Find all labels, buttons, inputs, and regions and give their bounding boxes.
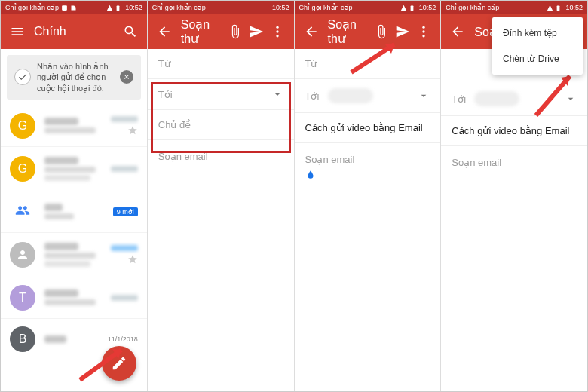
email-list: G G 9 mới T [1,106,147,360]
recipient-chip[interactable] [474,91,519,106]
svg-point-9 [423,30,425,32]
avatar[interactable]: G [10,156,35,182]
attach-dropdown-menu: Đính kèm tệp Chèn từ Drive [492,17,583,75]
list-item[interactable]: T [1,277,147,319]
to-field[interactable]: Tới [295,79,441,113]
svg-rect-13 [557,5,560,11]
to-field[interactable]: Tới [441,82,587,116]
more-icon[interactable] [413,21,434,42]
recipient-chip[interactable] [328,88,373,103]
panel-compose-blank: Chỉ gọi khẩn cấp 10:52 Soạn thư Từ Tới C… [148,1,295,391]
avatar[interactable]: T [10,285,35,311]
star-icon[interactable] [127,254,138,265]
panel-compose-filled: Chỉ gọi khẩn cấp 10:52 Soạn thư Từ Tới C… [295,1,442,391]
panel-inbox: Chỉ gọi khẩn cấp 10:52 Chính Nhấn vào hì… [1,1,148,391]
pencil-icon [111,355,127,372]
status-bar: Chỉ gọi khẩn cấp 10:52 [1,1,147,14]
people-icon [10,199,35,225]
check-icon [14,69,31,85]
list-item[interactable]: 9 mới [1,191,147,233]
send-icon[interactable] [246,21,267,42]
back-icon[interactable] [447,21,468,42]
avatar[interactable] [10,242,35,268]
attach-icon[interactable] [225,21,246,42]
tip-close-button[interactable] [120,70,133,84]
svg-point-8 [423,26,425,29]
from-field[interactable]: Từ [148,49,294,79]
tip-text: Nhấn vào hình ảnh người gửi để chọn cuộc… [37,61,114,93]
subject-field[interactable]: Cách gửi video bằng Email [295,113,441,143]
menu-attach-file[interactable]: Đính kèm tệp [492,20,583,46]
compose-title: Soạn thư [322,17,372,46]
compose-fab-button[interactable] [102,346,136,381]
svg-rect-0 [62,5,67,11]
body-field[interactable]: Soạn email [441,146,587,179]
avatar[interactable]: B [10,326,35,352]
star-icon[interactable] [127,125,138,136]
svg-point-4 [276,26,278,29]
signal-icon [547,5,553,11]
search-icon[interactable] [120,21,141,42]
battery-icon [409,5,415,11]
battery-icon [115,5,121,11]
facebook-icon [61,5,68,11]
avatar[interactable]: G [10,113,35,139]
inbox-title: Chính [28,25,120,38]
svg-point-6 [276,35,278,37]
list-item[interactable]: G [1,147,147,191]
menu-insert-drive[interactable]: Chèn từ Drive [492,46,583,72]
body-field[interactable]: Soạn email [148,140,294,173]
signal-icon [400,5,407,11]
back-icon[interactable] [154,21,175,42]
compose-title: Soạn thư [175,17,225,46]
body-field[interactable]: Soạn email [295,143,441,191]
clock-text: 10:52 [125,4,142,11]
tip-banner: Nhấn vào hình ảnh người gửi để chọn cuộc… [7,55,141,100]
subject-field[interactable]: Chủ đề [148,110,294,140]
appbar-inbox: Chính [1,14,147,49]
appbar-compose: Soạn thư [148,14,294,49]
status-bar: Chỉ gọi khẩn cấp 10:52 [441,1,587,14]
status-bar: Chỉ gọi khẩn cấp 10:52 [295,1,441,14]
status-bar: Chỉ gọi khẩn cấp 10:52 [148,1,294,14]
from-field[interactable]: Từ [295,49,441,79]
more-icon[interactable] [267,21,288,42]
chevron-down-icon[interactable] [418,90,430,102]
date-text: 11/1/2018 [108,335,138,343]
appbar-compose: Soạn thư [295,14,441,49]
chevron-down-icon[interactable] [271,88,283,100]
sim-icon [70,5,77,11]
attach-icon[interactable] [371,21,392,42]
chevron-down-icon[interactable] [565,93,577,105]
svg-point-10 [423,35,425,37]
battery-icon [555,5,562,11]
emergency-label: Chỉ gọi khẩn cấp [5,4,59,11]
signal-icon [106,5,113,11]
panel-attach-menu: Chỉ gọi khẩn cấp 10:52 Soạn thư Đính kèm… [441,1,587,391]
unread-badge: 9 mới [113,207,138,216]
send-icon[interactable] [392,21,413,42]
list-item[interactable] [1,233,147,277]
svg-point-5 [276,30,278,32]
svg-rect-7 [410,5,413,11]
cursor-handle-icon[interactable] [305,170,316,180]
back-icon[interactable] [301,21,322,42]
subject-field[interactable]: Cách gửi video bằng Email [441,116,587,146]
to-field[interactable]: Tới [148,79,294,110]
hamburger-icon[interactable] [7,21,28,42]
svg-rect-1 [117,5,120,11]
list-item[interactable]: G [1,106,147,147]
